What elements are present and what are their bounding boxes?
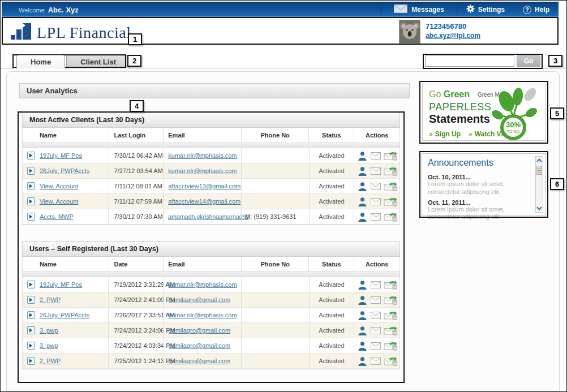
view-user-icon[interactable] bbox=[357, 166, 368, 176]
user-name-link[interactable]: 3, pwp bbox=[40, 338, 109, 353]
scrollbar-thumb[interactable] bbox=[536, 166, 542, 175]
help-button[interactable]: ? Help bbox=[514, 6, 559, 14]
resend-activation-icon[interactable] bbox=[384, 182, 397, 191]
user-name-link[interactable]: 3, pwp bbox=[40, 323, 109, 338]
client-name-link[interactable]: View, Account bbox=[40, 179, 109, 193]
user-name-link[interactable]: 19July, MF Pos bbox=[40, 277, 109, 292]
phone-cell bbox=[241, 338, 309, 353]
client-name-link[interactable]: Accts, MWP bbox=[40, 209, 109, 224]
gear-icon bbox=[466, 5, 475, 15]
date-cell: 7/24/2012 2:41:09 PM bbox=[108, 292, 163, 307]
resend-activation-icon[interactable] bbox=[384, 151, 397, 161]
expand-column-header bbox=[23, 128, 40, 143]
send-message-icon[interactable] bbox=[371, 167, 381, 175]
expand-row-icon[interactable] bbox=[27, 281, 35, 288]
resend-activation-icon[interactable] bbox=[384, 212, 397, 222]
col-header-email: Email bbox=[163, 128, 241, 143]
view-user-icon[interactable] bbox=[357, 356, 368, 366]
scroll-up-icon[interactable] bbox=[536, 157, 543, 165]
user-name-link[interactable]: 2, PWP bbox=[40, 292, 109, 307]
messages-label: Messages bbox=[411, 6, 444, 14]
email-link[interactable]: gamilagro@gmail.com bbox=[163, 354, 241, 368]
send-message-icon[interactable] bbox=[371, 281, 381, 288]
expand-row-icon[interactable] bbox=[27, 167, 35, 175]
announcements-scrollbar[interactable] bbox=[535, 156, 543, 213]
view-user-icon[interactable] bbox=[357, 182, 368, 191]
expand-row-icon[interactable] bbox=[27, 152, 35, 160]
status-cell: Activated bbox=[309, 338, 354, 353]
expand-row-icon[interactable] bbox=[27, 357, 35, 365]
client-name-link[interactable]: 26July, PWPAccts bbox=[40, 163, 109, 178]
search-go-button[interactable]: Go bbox=[517, 55, 540, 67]
resend-activation-icon[interactable] bbox=[384, 295, 397, 305]
profile-email-link[interactable]: abc.xyz@lpl.com bbox=[426, 32, 480, 40]
user-name-link[interactable]: 26July, PWPAccts bbox=[40, 308, 109, 322]
email-link[interactable]: kumar.nlr@mphasis.com bbox=[163, 308, 241, 322]
last-login-cell: 7/11/12 07:59 AM bbox=[109, 194, 164, 209]
expand-row-icon[interactable] bbox=[27, 182, 35, 190]
view-user-icon[interactable] bbox=[357, 212, 368, 222]
send-message-icon[interactable] bbox=[371, 357, 381, 365]
email-link[interactable]: gamilagro@gmail.com bbox=[163, 292, 241, 307]
email-link[interactable]: gamilagro@gmail.com bbox=[163, 323, 241, 338]
send-message-icon[interactable] bbox=[371, 296, 381, 304]
tab-bar: Home Client List bbox=[16, 55, 130, 68]
resend-activation-icon[interactable] bbox=[384, 326, 397, 335]
scroll-down-icon[interactable] bbox=[536, 204, 543, 212]
email-link[interactable]: aftacctview14@gmail.com bbox=[163, 194, 241, 209]
view-user-icon[interactable] bbox=[357, 151, 368, 161]
table-row: 2, PWP 7/25/2012 1:24:13 PM gamilagro@gm… bbox=[23, 354, 400, 369]
expand-row-icon[interactable] bbox=[27, 311, 35, 319]
client-name-link[interactable]: 19July, MF Pos bbox=[40, 148, 109, 163]
view-user-icon[interactable] bbox=[357, 311, 368, 320]
view-user-icon[interactable] bbox=[357, 295, 368, 305]
col-header-last-login: Last Login bbox=[109, 128, 164, 143]
email-link[interactable]: aftacctview13@gmail.com bbox=[163, 179, 241, 193]
email-link[interactable]: amarnadh.gkrishnaamarnadhs bbox=[163, 209, 241, 224]
tab-home[interactable]: Home bbox=[16, 55, 65, 68]
phone-cell bbox=[241, 277, 309, 292]
announcement-text: Lorem ipsum dolor sit amet, consectetur … bbox=[428, 206, 529, 222]
col-header-status: Status bbox=[308, 128, 354, 143]
date-cell: 7/26/2012 2:33:51 AM bbox=[108, 308, 163, 322]
email-link[interactable]: gamilagro@gmail.com bbox=[163, 338, 241, 353]
expand-row-icon[interactable] bbox=[27, 213, 35, 221]
client-name-link[interactable]: View, Account bbox=[40, 194, 109, 209]
status-cell: Activated bbox=[309, 163, 354, 178]
resend-activation-icon[interactable] bbox=[384, 166, 397, 176]
send-message-icon[interactable] bbox=[371, 152, 381, 160]
settings-button[interactable]: Settings bbox=[457, 5, 514, 15]
messages-button[interactable]: Messages bbox=[381, 3, 456, 16]
send-message-icon[interactable] bbox=[371, 213, 381, 221]
send-message-icon[interactable] bbox=[371, 198, 381, 205]
expand-row-icon[interactable] bbox=[27, 296, 35, 304]
view-user-icon[interactable] bbox=[357, 341, 368, 351]
user-name-link[interactable]: 2, PWP bbox=[40, 354, 109, 368]
email-link[interactable]: kumar.nlr@mphasis.com bbox=[163, 148, 241, 163]
expand-row-icon[interactable] bbox=[27, 326, 35, 334]
email-link[interactable]: kumar.nlr@mphasis.com bbox=[163, 277, 241, 292]
send-message-icon[interactable] bbox=[371, 327, 381, 334]
send-message-icon[interactable] bbox=[371, 342, 381, 350]
date-cell: 7/19/2012 3:31:29 AM bbox=[108, 277, 163, 292]
col-header-actions: Actions bbox=[354, 128, 400, 143]
expand-row-icon[interactable] bbox=[27, 342, 35, 350]
resend-activation-icon[interactable] bbox=[384, 311, 397, 320]
email-link[interactable]: kumar.nlr@mphasis.com bbox=[163, 163, 241, 178]
view-user-icon[interactable] bbox=[357, 326, 368, 335]
send-message-icon[interactable] bbox=[371, 312, 381, 319]
resend-activation-icon[interactable] bbox=[384, 197, 397, 206]
go-green-banner[interactable]: Go Green Green Meter PAPERLESS Statement… bbox=[422, 84, 545, 141]
search-input[interactable] bbox=[425, 55, 514, 67]
resend-activation-icon[interactable] bbox=[384, 356, 397, 366]
sign-up-link[interactable]: »Sign Up bbox=[429, 130, 461, 138]
resend-activation-icon[interactable] bbox=[384, 280, 397, 290]
expand-row-icon[interactable] bbox=[27, 197, 35, 205]
announcements-panel: Announcements Oct. 10, 2011... Lorem ips… bbox=[422, 153, 546, 216]
view-user-icon[interactable] bbox=[357, 197, 368, 206]
resend-activation-icon[interactable] bbox=[384, 341, 397, 351]
view-user-icon[interactable] bbox=[357, 280, 368, 290]
tab-client-list[interactable]: Client List bbox=[66, 55, 130, 68]
date-cell: 7/24/2012 3:24:06 PM bbox=[108, 323, 163, 338]
send-message-icon[interactable] bbox=[371, 183, 381, 190]
